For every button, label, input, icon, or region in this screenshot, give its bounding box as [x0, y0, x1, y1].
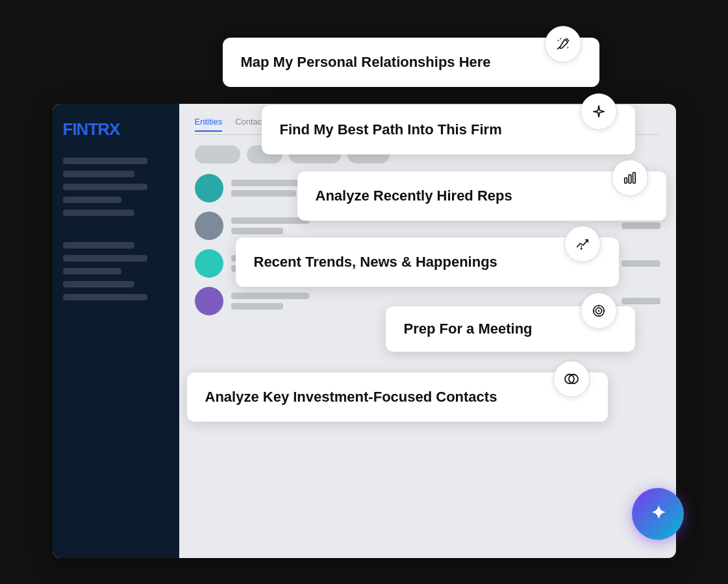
analyze-hired-icon-btn[interactable]: [612, 160, 648, 196]
sidebar-item[interactable]: [63, 294, 147, 300]
logo-text-blue: X: [109, 119, 119, 139]
card-path-label: Find My Best Path Into This Firm: [280, 121, 502, 138]
target-icon: [592, 304, 606, 318]
sidebar-item[interactable]: [63, 171, 134, 177]
card-investment-label: Analyze Key Investment-Focused Contacts: [205, 389, 497, 406]
trends-icon-btn[interactable]: [564, 226, 601, 262]
logo-text-white: FINTR: [63, 119, 110, 139]
row-line: [231, 303, 283, 310]
row-line: [231, 217, 309, 224]
svg-rect-4: [629, 175, 631, 183]
row-line: [231, 293, 309, 299]
sidebar: FINTRX: [53, 104, 179, 558]
trend-icon: [575, 237, 590, 251]
svg-rect-5: [633, 173, 635, 184]
card-analyze-hired[interactable]: Analyze Recently Hired Reps: [297, 171, 666, 221]
prep-icon-btn[interactable]: [581, 293, 617, 329]
filter-pill[interactable]: [195, 145, 240, 164]
sidebar-item[interactable]: [63, 210, 134, 216]
sidebar-item[interactable]: [63, 184, 147, 190]
wand-icon: [556, 37, 570, 51]
bar-chart-icon: [623, 171, 637, 185]
svg-point-2: [567, 47, 568, 49]
sidebar-item[interactable]: [63, 242, 134, 249]
card-analyze-hired-label: Analyze Recently Hired Reps: [316, 188, 512, 204]
best-path-icon-btn[interactable]: [581, 93, 617, 130]
sidebar-item[interactable]: [63, 281, 134, 287]
map-relationships-icon-btn[interactable]: [545, 26, 581, 62]
sidebar-nav: [63, 158, 169, 542]
investment-icon-btn[interactable]: [553, 361, 590, 397]
row-meta: [621, 298, 660, 304]
circles-icon: [564, 371, 579, 387]
card-recent-trends[interactable]: Recent Trends, News & Happenings: [236, 237, 619, 287]
sidebar-item[interactable]: [63, 255, 147, 262]
row-meta: [621, 223, 660, 229]
row-line: [231, 228, 283, 234]
avatar: [195, 212, 223, 240]
logo: FINTRX: [63, 119, 169, 140]
avatar: [195, 249, 223, 278]
ai-badge[interactable]: ✦: [632, 488, 684, 540]
row-meta: [621, 260, 660, 267]
svg-point-6: [580, 248, 582, 250]
card-investment-contacts[interactable]: Analyze Key Investment-Focused Contacts: [187, 372, 608, 422]
svg-point-10: [597, 310, 599, 312]
card-prep-label: Prep For a Meeting: [404, 321, 533, 337]
avatar: [195, 287, 223, 315]
sidebar-item[interactable]: [63, 197, 121, 203]
svg-rect-3: [624, 178, 627, 183]
card-trends-label: Recent Trends, News & Happenings: [254, 254, 497, 271]
card-best-path[interactable]: Find My Best Path Into This Firm: [262, 105, 635, 154]
sidebar-item[interactable]: [63, 268, 121, 274]
avatar: [195, 174, 223, 202]
svg-point-1: [560, 38, 561, 40]
sidebar-item[interactable]: [63, 158, 147, 164]
card-map-label: Map My Personal Relationships Here: [241, 54, 491, 71]
sparkle-icon: [592, 104, 606, 119]
svg-point-0: [557, 40, 559, 42]
svg-text:✦: ✦: [650, 503, 665, 523]
card-prep-meeting[interactable]: Prep For a Meeting: [386, 306, 635, 352]
ai-icon: ✦: [644, 500, 672, 528]
tab-entities[interactable]: Entities: [195, 117, 223, 132]
row-line: [231, 190, 296, 197]
card-map-relationships[interactable]: Map My Personal Relationships Here: [223, 38, 599, 87]
